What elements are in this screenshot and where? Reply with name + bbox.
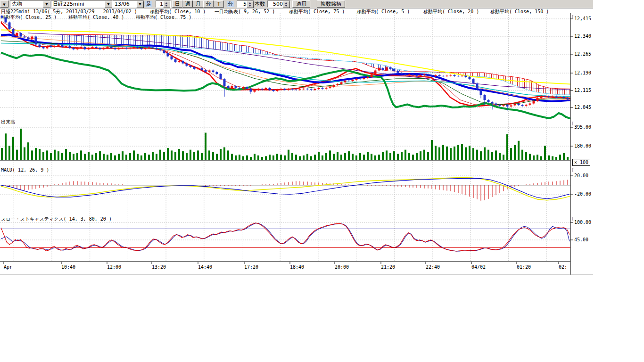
macd-panel-label: MACD( 12, 26, 9 ) [1,167,49,173]
scale-bracket: [ [571,121,574,126]
chikou-thick-green [1,53,570,119]
axes [0,13,593,275]
ma10-thin-red [1,21,570,106]
period-week-button[interactable]: 週 [182,0,193,8]
bars-label: 本数 [255,1,265,7]
time-axis-label: 17:20 [244,264,258,270]
time-axis-label: Apr [4,264,12,270]
ashi-label: 足 [145,1,152,7]
time-axis-label: 13:20 [152,264,166,270]
ashi-count-spinner[interactable]: 1 [156,0,171,8]
stoch-k-line [1,223,570,251]
market-combobox-value: 先物 [12,1,22,7]
chevron-down-icon[interactable]: ▼ [136,1,144,8]
chart-plot-area[interactable] [0,0,644,362]
chevron-down-icon[interactable]: ▼ [43,1,50,8]
volume-multiplier-badge: × 100 [572,159,590,166]
gridlines [0,13,570,262]
market-combobox[interactable]: 先物 ▼ [10,0,51,8]
stoch-axis-label: 45.00 [574,237,588,242]
bars-value-spinner[interactable]: 500 [267,0,290,8]
macd-line [1,178,570,199]
time-axis-label: 20:00 [335,264,349,270]
macd-axis-label: -20.00 [574,191,591,197]
macd-axis-label: 20.00 [574,173,588,178]
macd-signal-line [1,178,570,200]
mini-dropdown-button[interactable]: ▼ [0,0,8,8]
chart-application-window: ▼ 先物 ▼ 日経225mini ▼ 13/06 ▼ 足 1 日 週 月 分 T… [0,0,644,362]
spin-updown-icon[interactable] [163,1,170,8]
scale-bracket: [ [571,15,574,19]
time-axis-label: 10:40 [61,264,75,270]
minute-unit-label: 分 [227,1,234,7]
contract-combobox[interactable]: 13/06 ▼ [113,0,144,8]
stochastics-panel[interactable] [0,223,570,251]
symbol-combobox[interactable]: 日経225mini ▼ [51,0,113,8]
volume-panel-label: 出来高 [1,119,15,125]
scale-bracket: [ [571,168,574,173]
minute-value: 5 [243,1,247,7]
price-panel[interactable] [1,15,571,119]
price-axis-label: 12,190 [574,70,591,75]
price-axis-label: 12,415 [574,16,591,21]
bars-value: 500 [273,1,283,7]
stoch-d-line [1,223,570,251]
time-axis-label: 21:20 [381,264,395,270]
ma25-thick-blue [1,35,570,102]
chevron-down-icon: ▼ [3,3,5,7]
time-axis-label: 22:40 [426,264,440,270]
period-day-button[interactable]: 日 [172,0,182,8]
minute-value-spinner[interactable]: 5 [237,0,254,8]
contract-combobox-value: 13/06 [115,1,130,7]
period-tick-button[interactable]: T [214,0,224,8]
toolbar: ▼ 先物 ▼ 日経225mini ▼ 13/06 ▼ 足 1 日 週 月 分 T… [0,0,593,8]
period-minute-button[interactable]: 分 [203,0,214,8]
price-axis-label: 12,045 [574,105,591,110]
time-axis-label: 02: [559,264,567,270]
spin-updown-icon[interactable] [247,1,254,8]
macd-panel[interactable] [0,178,570,201]
price-axis-label: 12,340 [574,33,591,39]
period-month-button[interactable]: 月 [193,0,203,8]
ashi-count-value: 1 [160,1,163,7]
spin-updown-icon[interactable] [283,1,290,8]
time-axis-label: 18:40 [290,264,304,270]
volume-axis-label: 395.00 [574,124,591,130]
multi-symbol-button[interactable]: 複数銘柄 [317,0,345,8]
apply-button[interactable]: 適用 [292,0,310,8]
volume-panel[interactable] [0,129,570,160]
price-axis-label: 12,115 [574,88,591,93]
chevron-down-icon[interactable]: ▼ [105,1,112,8]
stoch-panel-label: スロー・ストキャスティクス( 14, 3, 80, 20 ) [1,216,112,222]
time-axis-label: 04/02 [471,264,486,270]
symbol-combobox-value: 日経225mini [53,1,84,7]
time-axis-label: 12:00 [107,264,121,270]
candlesticks [1,15,569,111]
time-axis-label: 14:40 [198,264,212,270]
time-axis-label: 01:20 [517,264,531,270]
scale-bracket: [ [571,216,574,221]
stoch-axis-label: 100.00 [574,220,591,225]
price-axis-label: 12,265 [574,51,591,57]
volume-axis-label: 180.00 [574,143,591,148]
ma75-cyan [1,43,570,97]
